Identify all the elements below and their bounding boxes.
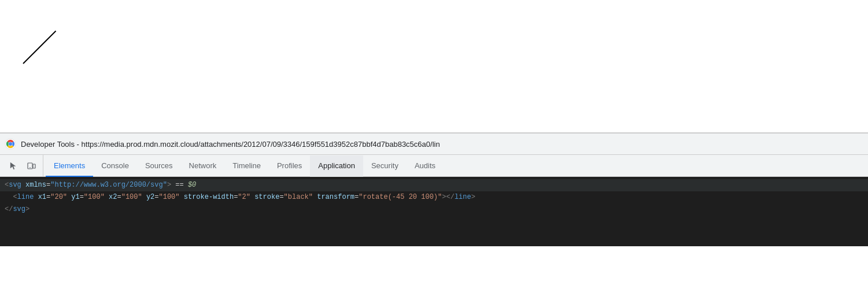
code-content: <svg xmlns="http://www.w3.org/2000/svg">… [0, 177, 868, 218]
tab-application[interactable]: Application [310, 155, 363, 177]
svg-point-3 [9, 142, 12, 146]
code-line-1: <svg xmlns="http://www.w3.org/2000/svg">… [0, 179, 868, 191]
tab-sources[interactable]: Sources [137, 155, 181, 177]
canvas-area [0, 0, 868, 133]
inspect-element-button[interactable] [6, 158, 22, 174]
devtools-code-panel: <svg xmlns="http://www.w3.org/2000/svg">… [0, 177, 868, 246]
tab-timeline[interactable]: Timeline [224, 155, 269, 177]
tab-profiles[interactable]: Profiles [269, 155, 310, 177]
devtools-title: Developer Tools - https://media.prod.mdn… [21, 140, 440, 149]
tab-security[interactable]: Security [363, 155, 407, 177]
svg-line-0 [23, 31, 56, 64]
devtools-toolbar: Elements Console Sources Network Timelin… [0, 155, 868, 177]
toolbar-icons [2, 155, 43, 176]
device-mode-button[interactable] [23, 158, 39, 174]
devtools-titlebar: Developer Tools - https://media.prod.mdn… [0, 133, 868, 155]
tab-audits[interactable]: Audits [407, 155, 444, 177]
code-line-3: </svg> [0, 203, 868, 216]
devtools-tabs: Elements Console Sources Network Timelin… [46, 155, 866, 176]
tab-console[interactable]: Console [93, 155, 137, 177]
tab-network[interactable]: Network [181, 155, 225, 177]
svg-rect-5 [33, 164, 35, 168]
code-line-2: <line x1="20" y1="100" x2="100" y2="100"… [0, 191, 868, 203]
tab-elements[interactable]: Elements [46, 155, 93, 177]
chrome-icon [5, 138, 16, 150]
